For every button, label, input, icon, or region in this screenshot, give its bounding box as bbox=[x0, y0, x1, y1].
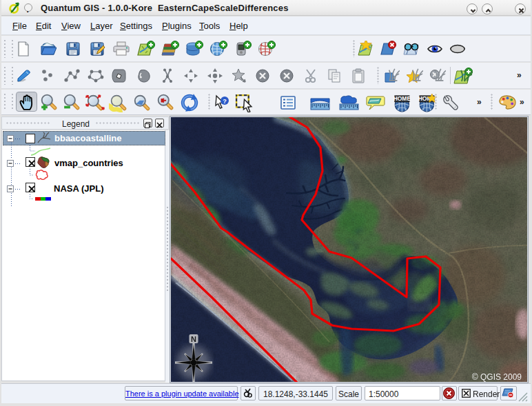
svg-text:N: N bbox=[191, 335, 196, 343]
svg-text:© QGIS 2009: © QGIS 2009 bbox=[472, 372, 522, 382]
svg-text:?: ? bbox=[223, 98, 227, 105]
